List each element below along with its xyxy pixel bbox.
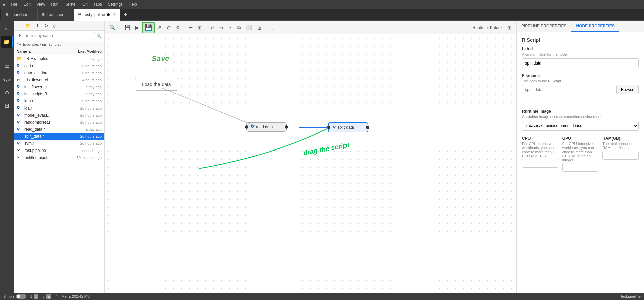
menu-git[interactable]: Git [80,1,90,7]
tab-close-launcher1[interactable]: ✕ [31,13,33,16]
node-split-data[interactable]: R split data [328,122,368,132]
file-item[interactable]: R knn.r 20 hours ago [14,97,104,104]
file-item[interactable]: 📂 R-Examples a day ago [14,55,104,62]
breadcrumb: / R-Examples / iris_scripts / [14,41,104,48]
file-icon: R [17,141,22,146]
browse-button[interactable]: Browse [616,85,639,94]
filename-input[interactable] [522,85,614,94]
file-date: 20 hours ago [72,141,102,145]
toggle-knob [17,295,20,298]
pipeline-settings-button[interactable]: ⚙ [174,23,182,32]
pipeline-search-button[interactable]: 🔍 [107,23,118,32]
pipeline-run-button[interactable]: ▶ [133,23,141,32]
tab-pipeline[interactable]: ⛓ test.pipeline ✕ [74,9,120,21]
new-launcher-button[interactable]: + [16,22,22,29]
node-split-data-port-right[interactable] [366,126,369,129]
new-tab-button[interactable]: + [120,9,131,21]
pipeline-clear-button[interactable]: ⊘ [165,23,173,32]
runtime-label: Runtime: Katonic ⊞ [473,23,514,32]
label-field-title: Label [522,47,639,51]
label-input[interactable] [522,58,639,68]
search-input[interactable] [17,32,95,39]
file-item[interactable]: R read_data.r a day ago [14,126,104,133]
pipeline-save-button[interactable]: 💾 [122,23,133,32]
sidebar-icon-git[interactable]: ⑃ [1,48,13,60]
pipeline-paste-button[interactable]: ⬜ [244,23,254,32]
new-folder-button[interactable]: 📁 [24,22,33,29]
file-item[interactable]: R cart.r 20 hours ago [14,62,104,69]
file-icon: R [17,70,22,75]
runtime-expand-button[interactable]: ⊞ [505,23,514,32]
file-name: randomforest.r [24,120,72,125]
file-name: data_distribu... [24,71,72,75]
pipeline-save-all-button[interactable]: 💾 [142,22,155,33]
runtime-image-select[interactable]: quay.io/katonic/common:r-base [522,121,639,131]
refresh-button[interactable]: ↻ [43,22,50,29]
column-name[interactable]: Name ▲ [17,49,68,53]
sidebar-icon-table[interactable]: ⊞ [1,99,13,112]
ram-resource: RAM(GB) The total amount of RAM specifie… [602,136,639,172]
upload-button[interactable]: ⬆ [34,22,41,29]
tab-close-pipeline[interactable]: ✕ [113,13,116,16]
file-item[interactable]: R split_data.r 20 hours ago [14,133,104,140]
file-name: R-Examples [26,56,72,61]
pipeline-canvas[interactable]: Save Load the data R read data R split d… [105,34,516,293]
file-item[interactable]: R svm.r 20 hours ago [14,140,104,147]
sidebar-icon-settings[interactable]: ⚙ [1,87,13,99]
menu-kernel[interactable]: Kernel [62,1,79,7]
file-date: 20 hours ago [72,71,102,75]
tab-launcher1[interactable]: ⊞ Launcher ✕ [1,9,38,21]
node-split-data-port-left[interactable] [327,126,330,129]
file-item[interactable]: R randomforest.r 20 hours ago [14,119,104,126]
ram-input[interactable] [602,151,639,160]
sidebar-icon-commands[interactable]: ☰ [1,61,13,73]
menu-view[interactable]: View [34,1,48,7]
file-item[interactable]: ✂ untitled.pipel... 39 minutes ago [14,154,104,161]
tab-label: Launcher [10,12,27,17]
file-name: cart.r [24,63,72,68]
file-item[interactable]: R lda.r 20 hours ago [14,104,104,112]
node-read-data-port-left[interactable] [245,125,248,129]
pipeline-more-button[interactable]: ⋮ [268,23,277,32]
file-item[interactable]: R model_evalu... 20 hours ago [14,112,104,119]
menu-file[interactable]: File [8,1,20,7]
file-date: 20 hours ago [72,99,102,103]
file-item[interactable]: ✂ test.pipeline seconds ago [14,147,104,154]
file-item[interactable]: R iris_scripts.R... a day ago [14,90,104,97]
file-item[interactable]: R data_distribu... 20 hours ago [14,69,104,76]
properties-panel: PIPELINE PROPERTIES NODE PROPERTIES R Sc… [516,21,644,293]
menu-settings[interactable]: Settings [105,1,125,7]
sidebar-icon-cursor[interactable]: ↖ [1,23,13,35]
pipeline-export-button[interactable]: ↗ [155,23,164,32]
menu-run[interactable]: Run [48,1,61,7]
pipeline-copy-button[interactable]: ⧉ [235,23,243,32]
sidebar-icon-files[interactable]: 📁 [1,36,13,48]
sidebar-icon-extensions[interactable]: </> [1,74,13,86]
node-read-data[interactable]: R read data [246,122,287,132]
file-item[interactable]: ✂ iris_flower_cl... 4 hours ago [14,76,104,83]
cpu-input[interactable] [522,159,558,168]
column-modified[interactable]: Last Modified [68,49,102,53]
menu-edit[interactable]: Edit [21,1,33,7]
pipeline-list-button[interactable]: ☰ [186,23,195,32]
tab-pipeline-properties[interactable]: PIPELINE PROPERTIES [517,21,571,32]
tab-node-properties[interactable]: NODE PROPERTIES [571,21,619,32]
file-icon: ✂ [17,148,22,153]
gpu-input[interactable] [562,163,599,172]
file-item[interactable]: R iris_flower_cl... a day ago [14,83,104,90]
pipeline-redo-button[interactable]: ↪ [217,23,226,32]
ram-desc: The total amount of RAM specified. [602,142,639,150]
tab-close-launcher2[interactable]: ✕ [67,13,70,16]
node-read-data-port-right[interactable] [285,125,288,129]
pipeline-grid-button[interactable]: ⊞ [195,23,204,32]
tab-launcher2[interactable]: ⊞ Launcher ✕ [38,9,74,21]
pipeline-delete-button[interactable]: 🗑 [255,23,264,32]
menu-help[interactable]: Help [126,1,140,7]
git-button[interactable]: ◇ [51,22,58,29]
app: ⊞ Launcher ✕ ⊞ Launcher ✕ ⛓ test.pipelin… [0,9,644,300]
pipeline-undo-button[interactable]: ↩ [208,23,217,32]
mode-toggle[interactable] [16,294,26,299]
menu-tabs[interactable]: Tabs [91,1,104,7]
pipeline-cut-button[interactable]: ✂ [226,23,235,32]
divider-1 [522,100,639,100]
